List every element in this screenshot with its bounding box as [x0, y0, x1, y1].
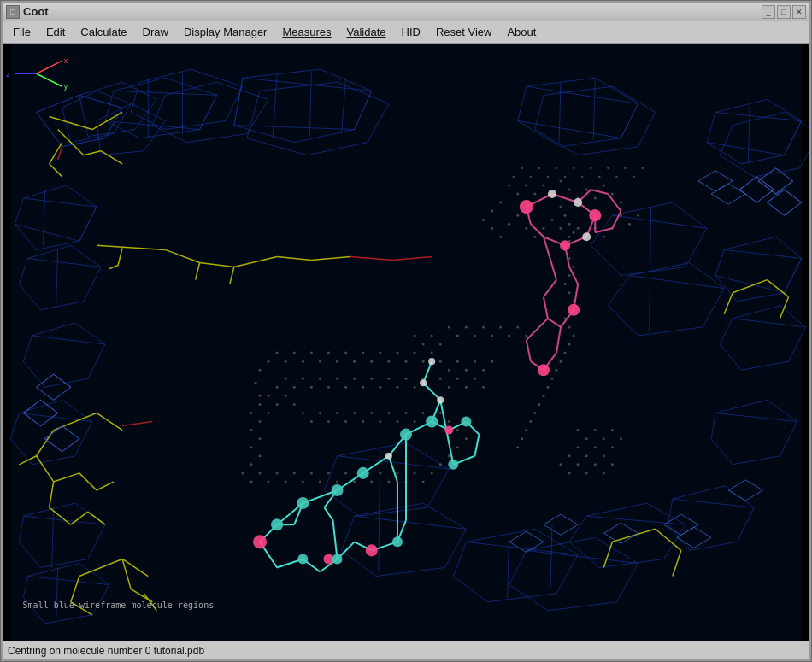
svg-point-260	[396, 420, 398, 423]
svg-point-159	[560, 227, 562, 230]
svg-point-222	[448, 386, 450, 389]
menu-item-edit[interactable]: Edit	[39, 24, 72, 40]
menu-item-reset-view[interactable]: Reset View	[429, 24, 499, 40]
svg-point-184	[641, 167, 643, 169]
menu-item-display-manager[interactable]: Display Manager	[177, 24, 274, 40]
svg-point-277	[387, 480, 390, 483]
svg-point-290	[276, 472, 279, 474]
menu-item-draw[interactable]: Draw	[136, 24, 175, 40]
svg-point-446	[400, 429, 412, 441]
svg-point-173	[547, 176, 549, 178]
svg-point-343	[594, 429, 597, 431]
svg-point-441	[420, 379, 427, 386]
svg-point-315	[353, 360, 356, 363]
svg-point-317	[336, 360, 338, 363]
svg-point-168	[637, 214, 639, 217]
svg-point-311	[387, 360, 390, 363]
svg-point-298	[259, 437, 262, 440]
svg-point-205	[550, 378, 553, 380]
svg-point-176	[573, 167, 574, 169]
svg-point-203	[560, 360, 562, 363]
svg-point-299	[250, 429, 252, 431]
svg-point-187	[568, 223, 571, 226]
svg-point-323	[285, 360, 287, 363]
svg-point-274	[414, 472, 416, 474]
svg-point-155	[525, 227, 527, 230]
svg-point-281	[353, 480, 356, 483]
svg-point-247	[285, 395, 287, 397]
svg-point-272	[431, 472, 433, 474]
svg-point-253	[336, 412, 338, 414]
svg-point-310	[396, 352, 398, 354]
main-window: □ Coot _ □ ✕ FileEditCalculateDrawDispla…	[1, 1, 811, 661]
svg-point-358	[603, 472, 605, 474]
svg-point-273	[422, 480, 425, 483]
svg-point-143	[585, 188, 588, 190]
svg-point-145	[603, 184, 605, 186]
svg-point-157	[542, 227, 544, 230]
minimize-button[interactable]: _	[762, 5, 775, 19]
svg-point-147	[620, 202, 622, 204]
menubar: FileEditCalculateDrawDisplay ManagerMeas…	[3, 21, 809, 44]
svg-point-291	[268, 480, 270, 483]
svg-point-344	[603, 437, 605, 440]
close-button[interactable]: ✕	[792, 5, 806, 19]
svg-point-225	[474, 378, 476, 380]
svg-point-437	[574, 198, 582, 207]
svg-point-220	[491, 360, 493, 363]
menu-item-file[interactable]: File	[6, 24, 38, 40]
svg-text:z: z	[6, 70, 10, 79]
svg-point-218	[474, 360, 476, 363]
svg-point-151	[491, 227, 493, 230]
svg-point-234	[362, 386, 364, 389]
svg-point-209	[533, 412, 536, 414]
3d-viewport[interactable]: x y z	[3, 44, 809, 641]
svg-point-244	[276, 386, 279, 389]
svg-text:y: y	[64, 82, 68, 91]
svg-point-305	[254, 382, 256, 384]
menu-item-about[interactable]: About	[500, 24, 543, 40]
status-bar: Centring on molecule number 0 tutorial.p…	[3, 641, 809, 659]
svg-point-215	[448, 369, 450, 372]
svg-point-346	[620, 437, 622, 440]
svg-point-216	[456, 360, 459, 363]
svg-point-302	[259, 403, 262, 406]
svg-point-134	[508, 184, 510, 186]
svg-point-445	[357, 467, 369, 479]
menu-item-calculate[interactable]: Calculate	[74, 24, 133, 40]
svg-point-158	[550, 219, 553, 221]
svg-point-172	[538, 167, 540, 169]
svg-point-207	[542, 395, 544, 397]
svg-point-314	[362, 352, 364, 354]
svg-point-192	[573, 266, 575, 268]
svg-point-201	[568, 343, 571, 346]
svg-point-178	[590, 167, 591, 169]
svg-point-293	[250, 480, 252, 483]
svg-point-229	[404, 378, 407, 380]
svg-point-436	[548, 190, 556, 198]
svg-point-235	[353, 378, 356, 380]
svg-point-248	[293, 403, 296, 406]
menu-item-validate[interactable]: Validate	[340, 24, 393, 40]
title-bar: □ Coot _ □ ✕	[3, 3, 809, 21]
svg-point-206	[546, 386, 549, 389]
svg-point-333	[465, 325, 468, 328]
svg-point-334	[474, 334, 476, 337]
maximize-button[interactable]: □	[777, 5, 791, 19]
menu-item-hid[interactable]: HID	[395, 24, 427, 40]
svg-point-243	[285, 378, 287, 380]
svg-point-288	[293, 472, 296, 474]
svg-point-144	[594, 197, 597, 200]
svg-point-450	[332, 554, 343, 564]
svg-point-226	[482, 386, 485, 389]
menu-item-measures[interactable]: Measures	[275, 24, 338, 40]
svg-point-262	[414, 420, 416, 423]
svg-point-180	[607, 167, 609, 169]
svg-point-331	[448, 325, 450, 328]
svg-point-148	[499, 202, 502, 204]
svg-point-167	[628, 223, 631, 226]
svg-point-321	[302, 360, 304, 363]
svg-point-279	[370, 480, 373, 483]
svg-point-440	[437, 396, 444, 403]
svg-point-452	[461, 416, 471, 426]
